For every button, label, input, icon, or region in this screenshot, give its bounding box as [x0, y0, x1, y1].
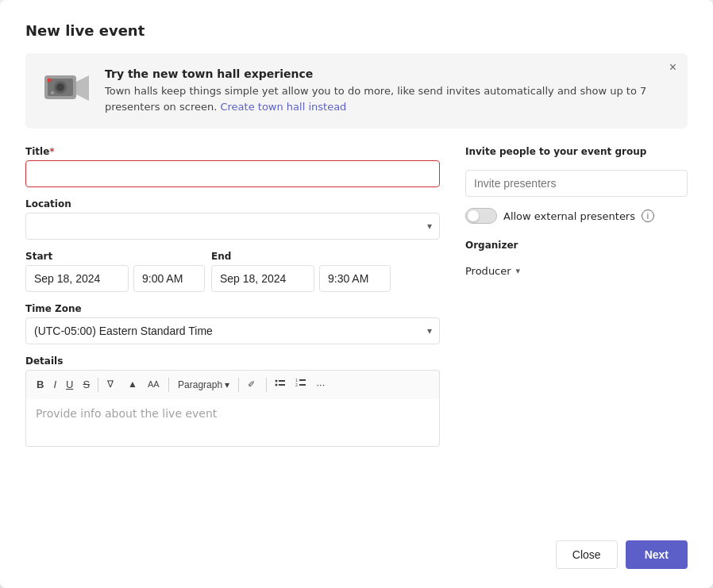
svg-point-11: [276, 380, 278, 382]
svg-rect-18: [299, 384, 306, 386]
svg-text:▲: ▲: [128, 379, 137, 389]
end-group: End: [211, 251, 391, 292]
location-field-group: Location ▾: [25, 198, 440, 240]
banner-close-button[interactable]: ×: [669, 61, 676, 74]
banner-description: Town halls keep things simple yet allow …: [105, 83, 672, 114]
svg-text:2.: 2.: [295, 382, 299, 387]
timezone-select-wrapper: (UTC-05:00) Eastern Standard Time ▾: [25, 317, 440, 344]
toolbar-divider-1: [98, 378, 98, 392]
allow-external-toggle-row: Allow external presenters i: [465, 208, 688, 224]
details-editor[interactable]: Provide info about the live event: [25, 399, 440, 447]
form-right: Invite people to your event group Allow …: [465, 146, 688, 512]
more-options-button[interactable]: ···: [312, 376, 329, 394]
svg-point-6: [51, 91, 54, 94]
svg-marker-5: [76, 75, 89, 101]
start-time-input[interactable]: [133, 265, 205, 292]
svg-rect-14: [279, 384, 285, 386]
allow-external-label: Allow external presenters: [503, 210, 635, 222]
next-button[interactable]: Next: [626, 540, 688, 569]
details-label: Details: [25, 355, 440, 367]
svg-point-4: [48, 79, 52, 83]
dialog-title: New live event: [25, 22, 688, 39]
start-group: Start: [25, 251, 205, 292]
banner: Try the new town hall experience Town ha…: [25, 53, 688, 129]
organizer-label: Organizer: [465, 240, 688, 251]
close-button[interactable]: Close: [556, 540, 618, 569]
strikethrough-button[interactable]: S: [79, 376, 94, 394]
end-date-input[interactable]: [211, 265, 314, 292]
date-time-row: Start End: [25, 251, 440, 292]
start-label: Start: [25, 251, 205, 262]
font-size-button[interactable]: AA: [144, 375, 164, 394]
producer-chevron-icon: ▾: [516, 266, 521, 276]
end-time-input[interactable]: [319, 265, 391, 292]
bold-button[interactable]: B: [33, 376, 48, 394]
svg-text:AA: AA: [148, 379, 160, 389]
banner-heading: Try the new town hall experience: [105, 67, 672, 80]
timezone-select[interactable]: (UTC-05:00) Eastern Standard Time: [25, 317, 440, 344]
producer-row[interactable]: Producer ▾: [465, 265, 688, 277]
dialog: New live event Try the new town hall exp…: [0, 0, 713, 588]
svg-rect-16: [299, 379, 306, 381]
svg-point-3: [56, 83, 64, 91]
svg-text:✐: ✐: [248, 379, 255, 389]
format-painter-button[interactable]: ✐: [243, 375, 262, 394]
banner-text-block: Try the new town hall experience Town ha…: [105, 67, 672, 114]
allow-external-toggle[interactable]: [465, 208, 497, 224]
toolbar-divider-4: [266, 378, 267, 392]
camera-icon: [41, 67, 92, 109]
start-date-time-pair: [25, 265, 205, 292]
allow-external-info-icon[interactable]: i: [642, 209, 654, 222]
italic-button[interactable]: I: [49, 376, 60, 394]
location-label: Location: [25, 198, 440, 209]
form-body: Title* Location ▾ Start: [25, 146, 688, 512]
svg-rect-12: [279, 380, 285, 382]
numbered-list-button[interactable]: 1. 2.: [291, 375, 310, 394]
paragraph-button[interactable]: Paragraph ▾: [173, 377, 234, 393]
details-placeholder: Provide info about the live event: [36, 407, 217, 420]
end-label: End: [211, 251, 391, 262]
editor-toolbar: B I U S ∇ ▲ AA: [25, 370, 440, 399]
highlight-button[interactable]: ▲: [123, 375, 142, 394]
font-color-button[interactable]: ∇: [102, 375, 121, 394]
title-input[interactable]: [25, 160, 440, 187]
dialog-footer: Close Next: [25, 531, 688, 569]
end-date-time-pair: [211, 265, 391, 292]
start-date-input[interactable]: [25, 265, 129, 292]
location-select[interactable]: [25, 213, 440, 240]
underline-button[interactable]: U: [62, 376, 77, 394]
timezone-field-group: Time Zone (UTC-05:00) Eastern Standard T…: [25, 303, 440, 344]
bullet-list-button[interactable]: [271, 375, 290, 394]
toolbar-divider-3: [238, 378, 239, 392]
toggle-knob: [468, 210, 479, 221]
form-left: Title* Location ▾ Start: [25, 146, 440, 512]
location-select-wrapper: ▾: [25, 213, 440, 240]
create-town-hall-link[interactable]: Create town hall instead: [220, 101, 346, 113]
toolbar-divider-2: [168, 378, 169, 392]
svg-point-13: [276, 384, 278, 386]
invite-section-label: Invite people to your event group: [465, 146, 688, 157]
svg-text:∇: ∇: [106, 379, 114, 389]
timezone-label: Time Zone: [25, 303, 440, 314]
invite-presenters-input[interactable]: [465, 170, 688, 197]
title-field-group: Title*: [25, 146, 440, 187]
title-label: Title*: [25, 146, 440, 157]
producer-label: Producer: [465, 265, 511, 277]
details-field-group: Details B I U S ∇ ▲: [25, 355, 440, 447]
